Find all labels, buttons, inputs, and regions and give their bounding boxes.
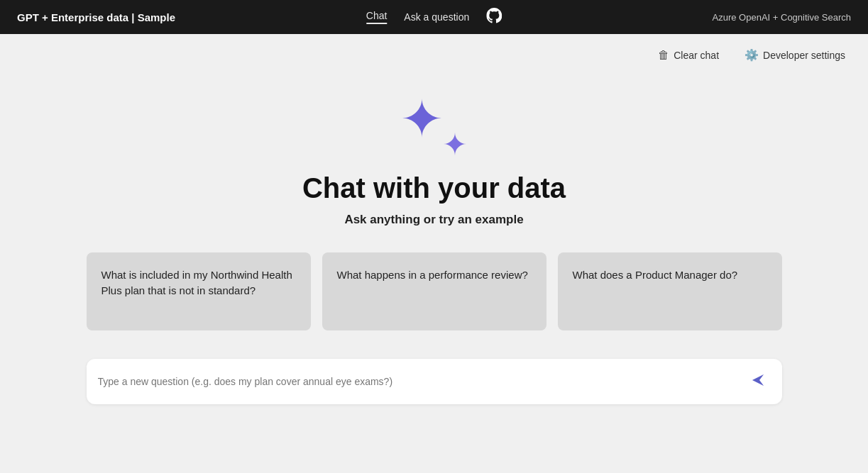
toolbar: 🗑 Clear chat ⚙️ Developer settings [0, 34, 868, 70]
azure-label: Azure OpenAI + Cognitive Search [713, 12, 851, 23]
example-card-3[interactable]: What does a Product Manager do? [558, 252, 782, 330]
hero-title: Chat with your data [302, 172, 566, 204]
example-card-2[interactable]: What happens in a performance review? [322, 252, 546, 330]
nav-ask-question[interactable]: Ask a question [404, 11, 469, 23]
send-button[interactable] [745, 369, 771, 394]
nav-chat[interactable]: Chat [366, 10, 388, 24]
send-icon [751, 373, 765, 391]
github-icon[interactable] [486, 8, 502, 26]
clear-chat-label: Clear chat [674, 50, 719, 61]
developer-settings-button[interactable]: ⚙️ Developer settings [739, 45, 851, 65]
trash-icon: 🗑 [658, 49, 669, 62]
hero-subtitle: Ask anything or try an example [344, 213, 523, 227]
app-title: GPT + Enterprise data | Sample [17, 11, 175, 23]
chat-input[interactable] [98, 376, 745, 387]
example-cards: What is included in my Northwind Health … [87, 252, 782, 330]
navbar: GPT + Enterprise data | Sample Chat Ask … [0, 0, 868, 34]
navbar-center: Chat Ask a question [366, 8, 502, 26]
chat-input-container [87, 359, 782, 404]
main-content: Chat with your data Ask anything or try … [0, 70, 868, 404]
sparkle-icon [402, 99, 466, 155]
sparkle-large-icon [402, 99, 441, 138]
navbar-left: GPT + Enterprise data | Sample [17, 11, 175, 23]
example-card-1[interactable]: What is included in my Northwind Health … [87, 252, 311, 330]
gear-icon: ⚙️ [745, 48, 759, 62]
clear-chat-button[interactable]: 🗑 Clear chat [652, 46, 725, 65]
sparkle-small-icon [444, 133, 466, 155]
developer-settings-label: Developer settings [763, 50, 845, 61]
